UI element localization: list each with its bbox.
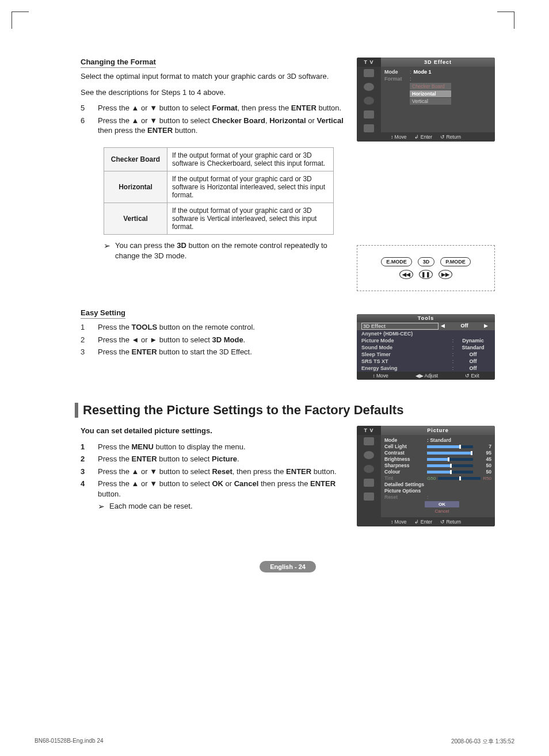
step-item: 6 Press the ▲ or ▼ button to select Chec… xyxy=(81,116,345,136)
osd-footer: ↕ Move ↲ Enter ↺ Return xyxy=(357,132,495,142)
tools-footer: ↕ Move ◀▶ Adjust ↺ Exit xyxy=(357,372,495,380)
step-item: 2Press the ◄ or ► button to select 3D Mo… xyxy=(81,335,345,345)
step-item: 3Press the ENTER button to start the 3D … xyxy=(81,347,345,357)
slider-row: Cell Light7 xyxy=(384,444,491,449)
section-bar-icon xyxy=(75,403,78,418)
setup-icon xyxy=(364,110,374,119)
intro-text: You can set detailed picture settings. xyxy=(81,426,345,436)
tools-row-selected: 3D Effect ◀ Off ▶ xyxy=(357,322,495,330)
osd-title: Picture xyxy=(381,426,495,435)
tools-row: Picture Mode:Dynamic xyxy=(357,337,495,344)
osd-tv-label: T V xyxy=(357,58,381,67)
reset-row: Reset: xyxy=(384,494,491,500)
osd-tools: Tools 3D Effect ◀ Off ▶ Anynet+ (HDMI-CE… xyxy=(357,314,495,380)
section-heading: Resetting the Picture Settings to the Fa… xyxy=(75,403,495,418)
note-arrow-icon: ➢ xyxy=(98,501,105,512)
osd-footer: ↕ Move ↲ Enter ↺ Return xyxy=(357,517,495,526)
reset-buttons: OKCancel xyxy=(425,501,491,514)
arrow-left-icon: ◀ xyxy=(439,323,447,330)
note: ➢ Each mode can be reset. xyxy=(98,501,345,512)
paragraph: See the descriptions for Steps 1 to 4 ab… xyxy=(81,87,345,98)
picture-icon xyxy=(364,437,374,445)
input-icon xyxy=(364,124,374,132)
sound-icon xyxy=(364,451,374,459)
cancel-button: Cancel xyxy=(425,508,459,514)
setup-icon xyxy=(364,479,374,487)
page: Changing the Format Select the optimal i… xyxy=(0,0,549,756)
step-item: 1Press the MENU button to display the me… xyxy=(81,442,345,452)
osd-tv-label: T V xyxy=(357,426,381,435)
osd-title: 3D Effect xyxy=(381,58,495,67)
picture-icon xyxy=(364,69,374,77)
crop-mark xyxy=(497,12,514,29)
sound-icon xyxy=(364,83,374,91)
ok-button: OK xyxy=(425,501,459,507)
subheading-changing-format: Changing the Format xyxy=(81,58,156,68)
tools-row: SRS TS XT:Off xyxy=(357,358,495,365)
remote-button-emode: E.MODE xyxy=(381,257,412,266)
slider-row: Sharpness50 xyxy=(384,463,491,468)
step-item: 4Press the ▲ or ▼ button to select OK or… xyxy=(81,479,345,499)
remote-button-pause: ❚❚ xyxy=(419,270,433,279)
arrow-right-icon: ▶ xyxy=(482,323,490,330)
table-row: Checker BoardIf the output format of you… xyxy=(104,148,334,171)
remote-button-3d: 3D xyxy=(418,257,435,266)
paragraph: Select the optimal input format to match… xyxy=(81,71,345,82)
slider-row: Contrast95 xyxy=(384,450,491,456)
heading-resetting: Resetting the Picture Settings to the Fa… xyxy=(83,403,403,418)
step-item: 2Press the ENTER button to select Pictur… xyxy=(81,454,345,464)
table-row: HorizontalIf the output format of your g… xyxy=(104,171,334,203)
menu-item: Picture Options xyxy=(384,488,491,494)
menu-item: Detailed Settings xyxy=(384,482,491,487)
crop-mark xyxy=(12,12,29,29)
channel-icon xyxy=(364,97,374,105)
osd-sidebar xyxy=(357,435,381,517)
tools-row: Sound Mode:Standard xyxy=(357,344,495,351)
tools-row: Energy Saving:Off xyxy=(357,365,495,372)
step-item: 3Press the ▲ or ▼ button to select Reset… xyxy=(81,467,345,477)
slider-row: Colour50 xyxy=(384,469,491,475)
page-number: English - 24 xyxy=(81,561,495,572)
step-item: 5 Press the ▲ or ▼ button to select Form… xyxy=(81,103,345,113)
tools-title: Tools xyxy=(357,314,495,322)
format-table: Checker BoardIf the output format of you… xyxy=(104,147,334,235)
remote-illustration: E.MODE 3D P.MODE ◀◀ ❚❚ ▶▶ xyxy=(357,245,495,291)
remote-button-pmode: P.MODE xyxy=(440,257,470,266)
osd-option: Checker Board xyxy=(410,83,451,90)
osd-option-selected: Horizontal xyxy=(410,90,451,97)
osd-picture: T V Picture Mode: Standard xyxy=(357,426,495,526)
step-item: 1Press the TOOLS button on the remote co… xyxy=(81,322,345,333)
content: Changing the Format Select the optimal i… xyxy=(81,58,495,572)
print-footer: BN68-01528B-Eng.indb 24 2008-06-03 오후 1:… xyxy=(35,738,514,746)
note-arrow-icon: ➢ xyxy=(104,240,110,261)
osd-sidebar xyxy=(357,67,381,132)
channel-icon xyxy=(364,465,374,473)
tint-row: TintG50R50 xyxy=(384,475,491,481)
osd-3d-effect: T V 3D Effect Mode: Mode 1 xyxy=(357,58,495,142)
remote-button-rewind: ◀◀ xyxy=(399,270,413,279)
osd-option: Vertical xyxy=(410,98,451,105)
input-icon xyxy=(364,492,374,501)
tools-row: Anynet+ (HDMI-CEC) xyxy=(357,330,495,337)
slider-row: Brightness45 xyxy=(384,456,491,462)
tools-row: Sleep Timer:Off xyxy=(357,351,495,358)
subheading-easy-setting: Easy Setting xyxy=(81,308,125,319)
table-row: VerticalIf the output format of your gra… xyxy=(104,203,334,235)
note: ➢ You can press the 3D button on the rem… xyxy=(104,240,345,261)
remote-button-forward: ▶▶ xyxy=(439,270,452,279)
